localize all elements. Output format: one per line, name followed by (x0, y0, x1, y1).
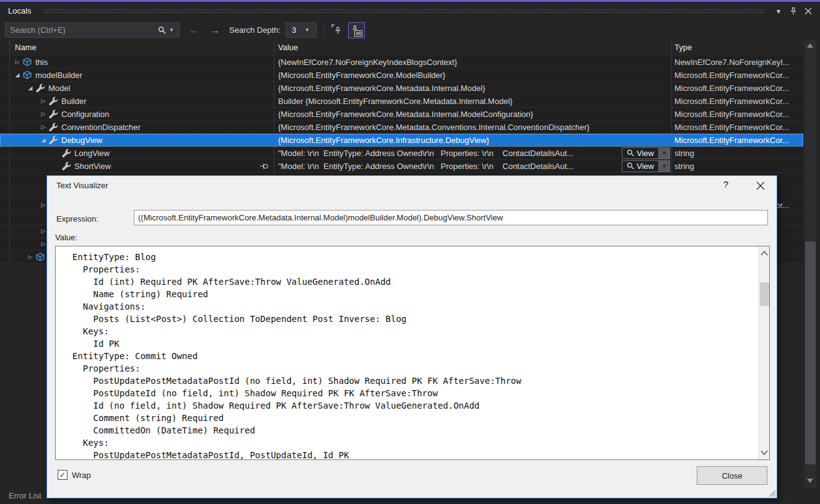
wrap-option: ✓ Wrap (58, 470, 91, 480)
scrollbar-thumb[interactable] (760, 282, 769, 306)
window-position-button[interactable]: ▼ (772, 4, 785, 18)
error-list-tab[interactable]: Error List (9, 488, 41, 504)
variable-value: {Microsoft.EntityFrameworkCore.Infrastru… (278, 136, 489, 145)
row-gutter (0, 147, 10, 159)
property-icon (48, 122, 58, 132)
variable-name: DebugView (61, 136, 102, 145)
close-window-button[interactable] (801, 4, 815, 18)
type-cell: Microsoft.EntityFrameworkCor... (671, 134, 803, 146)
view-visualizer-dropdown[interactable]: ▼ (659, 147, 670, 159)
table-row[interactable]: ▷Configuration{Microsoft.EntityFramework… (0, 108, 803, 121)
type-cell: Microsoft.EntityFrameworkCor... (671, 69, 803, 81)
search-depth-select[interactable]: 3 ▼ (286, 22, 316, 38)
value-cell: {Microsoft.EntityFrameworkCore.ModelBuil… (274, 69, 671, 81)
search-back-button[interactable]: ← (183, 25, 204, 36)
expression-field[interactable] (134, 210, 768, 225)
property-icon (48, 96, 58, 106)
toolbar: ▼ ← → Search Depth: 3 ▼ ab (0, 20, 820, 40)
expand-arrow-icon[interactable]: ▷ (38, 124, 48, 130)
row-gutter (0, 160, 10, 172)
variable-name: Builder (61, 97, 86, 106)
table-row[interactable]: ▷BuilderBuilder {Microsoft.EntityFramewo… (0, 95, 803, 108)
column-header-type[interactable]: Type (671, 40, 803, 56)
type-cell: string (671, 147, 803, 159)
pin-member-button[interactable] (260, 162, 269, 170)
table-row[interactable]: ◢Model{Microsoft.EntityFrameworkCore.Met… (0, 82, 803, 95)
table-row[interactable]: ShortView"Model: \r\n EntityType: Addres… (0, 160, 803, 173)
chevron-down-icon: ▼ (305, 27, 316, 33)
row-gutter (0, 225, 10, 237)
view-button[interactable]: View (622, 160, 659, 172)
variable-value: "Model: \r\n EntityType: Address Owned\r… (278, 162, 574, 171)
dialog-help-button[interactable]: ? (719, 179, 733, 193)
scrollbar-thumb[interactable] (805, 241, 816, 464)
expression-label: Expression: (56, 214, 98, 224)
view-button-group: View▼ (622, 147, 670, 159)
column-header-value[interactable]: Value (274, 40, 671, 56)
search-forward-button[interactable]: → (204, 25, 225, 36)
value-cell: "Model: \r\n EntityType: Address Owned\r… (274, 147, 671, 159)
collapse-arrow-icon[interactable]: ◢ (38, 137, 48, 143)
view-button-label: View (637, 162, 654, 171)
value-cell: Builder {Microsoft.EntityFrameworkCore.M… (274, 95, 671, 107)
drag-texture[interactable] (43, 9, 765, 14)
search-icon[interactable] (154, 26, 169, 34)
variable-value: {Microsoft.EntityFrameworkCore.ModelBuil… (278, 71, 445, 80)
scroll-up-icon[interactable] (761, 250, 768, 256)
show-pinned-text-toggle[interactable]: ab (348, 22, 365, 38)
expand-arrow-icon[interactable]: ▷ (12, 59, 22, 65)
collapse-arrow-icon[interactable]: ◢ (12, 72, 22, 78)
blue-flag-icon (331, 24, 335, 28)
row-gutter (0, 56, 10, 68)
expand-arrow-icon[interactable]: ▷ (25, 254, 35, 260)
value-cell: {Microsoft.EntityFrameworkCore.Infrastru… (274, 134, 671, 146)
table-row[interactable]: ◢DebugView{Microsoft.EntityFrameworkCore… (0, 134, 803, 147)
dialog-title: Text Visualizer (56, 181, 108, 190)
name-cell: ShortView (10, 160, 274, 172)
scroll-down-icon[interactable] (807, 479, 813, 483)
ab-text-icon: ab (354, 30, 362, 37)
variable-name: modelBuilder (35, 71, 82, 80)
name-cell: LongView (10, 147, 274, 159)
resize-grip[interactable] (766, 487, 776, 497)
wrap-checkbox[interactable]: ✓ (58, 470, 68, 480)
close-icon (756, 181, 765, 190)
type-cell: NewInEfCore7.NoForeignKeyI... (671, 56, 803, 68)
collapse-arrow-icon[interactable]: ◢ (25, 85, 35, 91)
class-icon (35, 252, 45, 262)
view-visualizer-dropdown[interactable]: ▼ (659, 160, 670, 172)
titlebar: Locals ▼ (0, 2, 820, 20)
search-box: ▼ (5, 22, 180, 38)
magnifier-icon (627, 149, 634, 157)
view-button[interactable]: View (622, 147, 659, 159)
variable-name: ShortView (74, 162, 111, 171)
table-row[interactable]: ◢modelBuilder{Microsoft.EntityFrameworkC… (0, 69, 803, 82)
table-row[interactable]: ▷ConventionDispatcher{Microsoft.EntityFr… (0, 121, 803, 134)
table-row[interactable]: ▷this{NewInEfCore7.NoForeignKeyIndexBlog… (0, 56, 803, 69)
expand-arrow-icon[interactable]: ▷ (38, 98, 48, 104)
table-row[interactable]: LongView"Model: \r\n EntityType: Address… (0, 147, 803, 160)
row-gutter (0, 69, 10, 81)
search-depth-value: 3 (286, 25, 305, 35)
variable-name: LongView (74, 149, 110, 158)
close-button[interactable]: Close (697, 466, 767, 485)
dialog-scrollbar[interactable] (759, 246, 769, 459)
locals-vertical-scrollbar[interactable] (805, 40, 816, 488)
value-cell: "Model: \r\n EntityType: Address Owned\r… (274, 160, 671, 172)
value-label: Value: (55, 233, 77, 242)
flag-pinned-items-button[interactable] (329, 22, 346, 38)
search-input[interactable] (6, 25, 154, 35)
expand-arrow-icon[interactable]: ▷ (38, 111, 48, 117)
search-options-dropdown[interactable]: ▼ (169, 27, 179, 33)
scroll-up-icon[interactable] (807, 43, 813, 48)
value-text-area[interactable]: EntityType: Blog Properties: Id (int) Re… (55, 246, 770, 460)
pin-window-button[interactable] (787, 4, 800, 18)
property-icon (48, 109, 58, 119)
dialog-close-button[interactable] (753, 179, 768, 193)
column-header-name[interactable]: Name (10, 40, 274, 56)
window-title: Locals (8, 2, 32, 20)
scroll-down-icon[interactable] (761, 450, 768, 456)
variable-name: this (35, 58, 48, 67)
header-gutter (0, 40, 10, 56)
row-gutter (0, 134, 10, 146)
